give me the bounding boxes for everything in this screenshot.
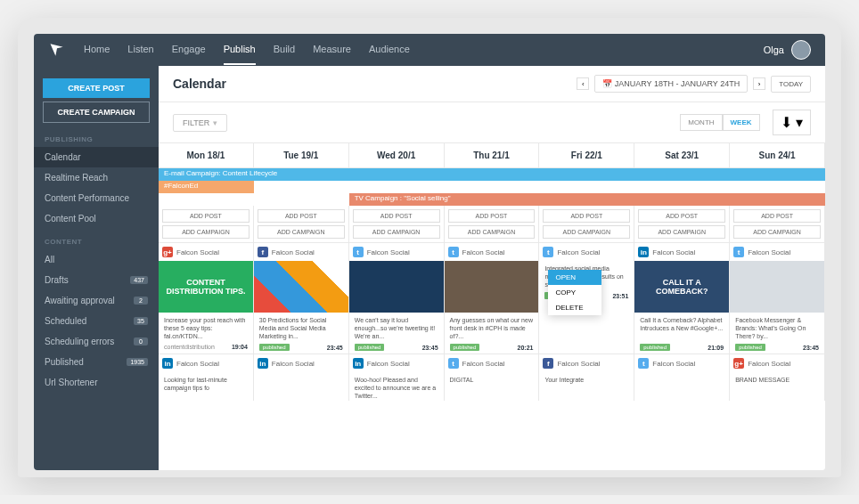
add-post-button[interactable]: ADD POST <box>162 209 250 223</box>
date-range[interactable]: 📅 JANUARY 18TH - JANUARY 24TH <box>594 75 748 93</box>
tw-icon: t <box>353 247 364 257</box>
sidebar-scheduling-errors[interactable]: Scheduling errors0 <box>34 331 159 352</box>
create-campaign-button[interactable]: CREATE CAMPAIGN <box>43 102 150 123</box>
add-campaign-button[interactable]: ADD CAMPAIGN <box>353 225 440 239</box>
nav-engage[interactable]: Engage <box>172 35 206 65</box>
post-text: Your Integrate <box>539 372 634 401</box>
menu-copy[interactable]: COPY <box>548 285 601 300</box>
post-text: 30 Predictions for Social Media and Soci… <box>254 313 348 341</box>
post-card[interactable]: inFalcon SocialLooking for last-minute c… <box>159 354 254 401</box>
post-text <box>254 372 348 401</box>
sidebar-all[interactable]: All <box>34 249 159 270</box>
prev-week-button[interactable]: ‹ <box>577 77 589 90</box>
day-header: Wed 20/1 <box>349 143 445 167</box>
post-card[interactable]: fFalcon SocialYour Integrate <box>539 354 634 401</box>
sidebar-url-shortener[interactable]: Url Shortener <box>34 372 159 393</box>
post-card[interactable]: g+Falcon SocialCONTENT DISTRIBUTION TIPS… <box>159 242 254 354</box>
account-name: Falcon Social <box>748 248 790 256</box>
tw-icon: t <box>733 247 744 257</box>
post-card[interactable]: g+Falcon SocialBRAND MESSAGE <box>730 354 825 401</box>
post-card[interactable]: tFalcon SocialDIGITAL <box>445 354 540 401</box>
post-card[interactable]: inFalcon Social <box>254 354 349 401</box>
post-time: 23:45 <box>327 345 343 351</box>
add-campaign-button[interactable]: ADD CAMPAIGN <box>448 225 536 239</box>
post-text: Woo-hoo! Pleased and excited to announce… <box>349 372 444 401</box>
post-card[interactable]: tFalcon SocialIntegrated social media ma… <box>539 242 634 354</box>
account-name: Falcon Social <box>652 360 695 368</box>
post-text: Any guesses on what our new front desk i… <box>445 313 539 341</box>
post-card[interactable]: tFalcon SocialFacebook Messenger & Brand… <box>730 242 825 354</box>
campaign-bar-email[interactable]: E-mail Campaign: Content Lifecycle <box>159 168 825 181</box>
tw-icon: t <box>448 247 459 257</box>
menu-open[interactable]: OPEN <box>548 270 601 285</box>
post-card[interactable]: fFalcon Social30 Predictions for Social … <box>254 242 349 354</box>
status-badge: published <box>355 344 385 351</box>
post-image <box>730 261 824 313</box>
view-week[interactable]: WEEK <box>723 114 760 131</box>
create-post-button[interactable]: CREATE POST <box>43 78 150 98</box>
post-card[interactable]: tFalcon SocialAny guesses on what our ne… <box>445 242 540 354</box>
add-post-button[interactable]: ADD POST <box>353 209 440 223</box>
nav-build[interactable]: Build <box>274 35 295 65</box>
account-name: Falcon Social <box>462 360 505 368</box>
sidebar-drafts[interactable]: Drafts437 <box>34 270 159 290</box>
post-text: Facebook Messenger & Brands: What's Goin… <box>730 313 824 341</box>
li-icon: in <box>258 358 268 369</box>
topbar: HomeListenEngagePublishBuildMeasureAudie… <box>34 34 825 66</box>
add-post-button[interactable]: ADD POST <box>543 209 630 223</box>
account-name: Falcon Social <box>176 360 219 368</box>
account-name: Falcon Social <box>748 360 790 368</box>
post-text: Increase your post reach with these 5 ea… <box>159 313 253 341</box>
context-menu: OPENCOPYDELETE <box>548 270 601 315</box>
sidebar-content-pool[interactable]: Content Pool <box>34 208 159 229</box>
account-name: Falcon Social <box>367 360 410 368</box>
menu-delete[interactable]: DELETE <box>548 300 601 315</box>
add-campaign-button[interactable]: ADD CAMPAIGN <box>733 225 821 239</box>
add-campaign-button[interactable]: ADD CAMPAIGN <box>543 225 630 239</box>
sidebar-content-performance[interactable]: Content Performance <box>34 188 159 208</box>
status-badge: published <box>259 344 290 351</box>
nav-listen[interactable]: Listen <box>127 35 153 65</box>
export-button[interactable]: ⬇ ▾ <box>773 110 811 135</box>
post-time: 21:09 <box>708 345 724 351</box>
post-card[interactable]: tFalcon SocialWe can't say it loud enoug… <box>349 242 445 354</box>
post-card[interactable]: tFalcon Social <box>634 354 730 401</box>
add-campaign-button[interactable]: ADD CAMPAIGN <box>162 225 250 239</box>
account-name: Falcon Social <box>557 248 600 256</box>
today-button[interactable]: TODAY <box>771 76 811 93</box>
add-campaign-button[interactable]: ADD CAMPAIGN <box>258 225 345 239</box>
sidebar-calendar[interactable]: Calendar <box>34 147 159 167</box>
account-name: Falcon Social <box>462 248 505 256</box>
sidebar-awaiting-approval[interactable]: Awaiting approval2 <box>34 290 159 311</box>
add-post-button[interactable]: ADD POST <box>638 209 725 223</box>
nav-audience[interactable]: Audience <box>369 35 410 65</box>
content-header: CONTENT <box>34 229 159 249</box>
next-week-button[interactable]: › <box>753 77 765 90</box>
post-card[interactable]: inFalcon SocialWoo-hoo! Pleased and exci… <box>349 354 445 401</box>
sidebar-published[interactable]: Published1935 <box>34 352 159 372</box>
avatar[interactable] <box>791 40 811 60</box>
add-post-button[interactable]: ADD POST <box>448 209 536 223</box>
campaign-bar-tv[interactable]: TV Campaign : "Social selling" <box>349 193 825 206</box>
tw-icon: t <box>543 247 553 257</box>
day-header: Sat 23/1 <box>634 143 730 167</box>
nav-measure[interactable]: Measure <box>313 35 351 65</box>
day-header: Fri 22/1 <box>539 143 634 167</box>
add-post-button[interactable]: ADD POST <box>733 209 821 223</box>
nav-home[interactable]: Home <box>84 35 110 65</box>
nav-publish[interactable]: Publish <box>224 35 256 65</box>
post-image: CONTENT DISTRIBUTION TIPS. <box>159 261 253 313</box>
add-post-button[interactable]: ADD POST <box>258 209 345 223</box>
sidebar-scheduled[interactable]: Scheduled35 <box>34 311 159 331</box>
campaign-bar-falconed[interactable]: #FalconEd <box>159 181 254 193</box>
post-card[interactable]: inFalcon SocialCALL IT A COMEBACK?Call I… <box>634 242 730 354</box>
sidebar-realtime-reach[interactable]: Realtime Reach <box>34 167 159 188</box>
view-month[interactable]: MONTH <box>680 114 722 131</box>
filter-button[interactable]: FILTER ▾ <box>173 114 227 132</box>
account-name: Falcon Social <box>272 248 315 256</box>
username: Olga <box>764 45 784 55</box>
main-nav: HomeListenEngagePublishBuildMeasureAudie… <box>84 35 410 65</box>
account-name: Falcon Social <box>652 248 695 256</box>
add-campaign-button[interactable]: ADD CAMPAIGN <box>638 225 725 239</box>
gp-icon: g+ <box>733 358 744 369</box>
